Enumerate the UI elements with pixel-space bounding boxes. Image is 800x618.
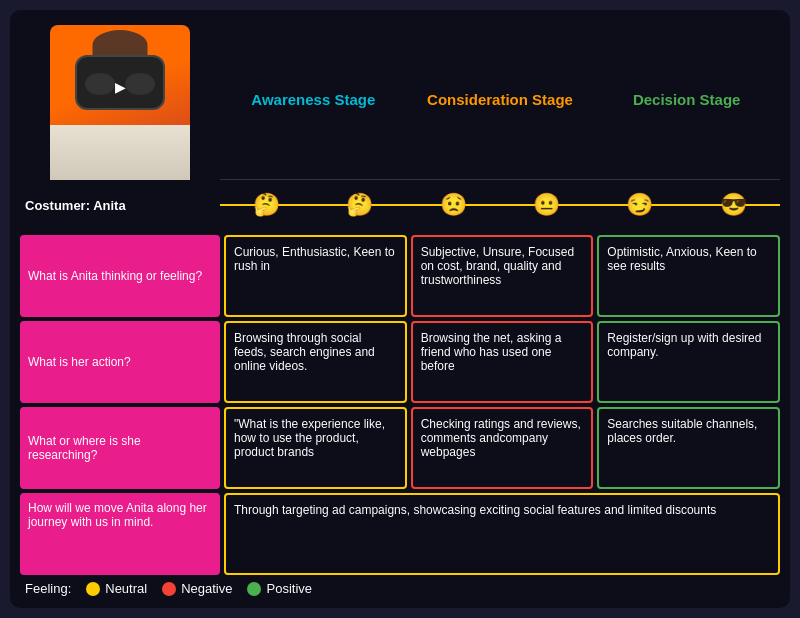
neutral-dot — [86, 582, 100, 596]
positive-label: Positive — [266, 581, 312, 596]
journey-line-area: 🤔 🤔 😟 😐 😏 😎 — [220, 180, 780, 230]
row-label-researching: What or where is she researching? — [20, 407, 220, 489]
content-area: What is Anita thinking or feeling? Curio… — [20, 235, 780, 575]
main-container: ▶ Awareness Stage Consideration Stage De… — [10, 10, 790, 608]
cell-move-span: Through targeting ad campaigns, showcasi… — [224, 493, 780, 575]
emoji-3: 😟 — [440, 192, 467, 218]
cell-action-decision: Register/sign up with desired company. — [597, 321, 780, 403]
row-thinking: What is Anita thinking or feeling? Curio… — [20, 235, 780, 317]
negative-label: Negative — [181, 581, 232, 596]
person-image: ▶ — [50, 25, 190, 180]
vr-headset: ▶ — [75, 55, 165, 110]
legend-negative: Negative — [162, 581, 232, 596]
journey-row: Costumer: Anita 🤔 🤔 😟 😐 😏 😎 — [20, 180, 780, 230]
cell-research-awareness: "What is the experience like, how to use… — [224, 407, 407, 489]
row-move: How will we move Anita along her journey… — [20, 493, 780, 575]
stage-awareness: Awareness Stage — [220, 20, 407, 180]
cell-thinking-decision: Optimistic, Anxious, Keen to see results — [597, 235, 780, 317]
cell-thinking-awareness: Curious, Enthusiastic, Keen to rush in — [224, 235, 407, 317]
emoji-6: 😎 — [720, 192, 747, 218]
emoji-1: 🤔 — [253, 192, 280, 218]
legend-neutral: Neutral — [86, 581, 147, 596]
customer-label: Costumer: Anita — [20, 198, 220, 213]
cell-research-consideration: Checking ratings and reviews, comments a… — [411, 407, 594, 489]
emoji-stops: 🤔 🤔 😟 😐 😏 😎 — [220, 180, 780, 230]
legend-label: Feeling: — [25, 581, 71, 596]
legend-positive: Positive — [247, 581, 312, 596]
row-researching: What or where is she researching? "What … — [20, 407, 780, 489]
person-area: ▶ — [20, 20, 220, 180]
row-label-action: What is her action? — [20, 321, 220, 403]
legend: Feeling: Neutral Negative Positive — [20, 575, 780, 598]
row-label-thinking: What is Anita thinking or feeling? — [20, 235, 220, 317]
stage-consideration: Consideration Stage — [407, 20, 594, 180]
emoji-5: 😏 — [626, 192, 653, 218]
cell-research-decision: Searches suitable channels, places order… — [597, 407, 780, 489]
stage-decision: Decision Stage — [593, 20, 780, 180]
negative-dot — [162, 582, 176, 596]
row-action: What is her action? Browsing through soc… — [20, 321, 780, 403]
emoji-4: 😐 — [533, 192, 560, 218]
neutral-label: Neutral — [105, 581, 147, 596]
cell-thinking-consideration: Subjective, Unsure, Focused on cost, bra… — [411, 235, 594, 317]
positive-dot — [247, 582, 261, 596]
emoji-2: 🤔 — [346, 192, 373, 218]
row-label-move: How will we move Anita along her journey… — [20, 493, 220, 575]
stage-headers: Awareness Stage Consideration Stage Deci… — [220, 20, 780, 180]
cell-action-awareness: Browsing through social feeds, search en… — [224, 321, 407, 403]
cell-action-consideration: Browsing the net, asking a friend who ha… — [411, 321, 594, 403]
header-row: ▶ Awareness Stage Consideration Stage De… — [20, 20, 780, 180]
